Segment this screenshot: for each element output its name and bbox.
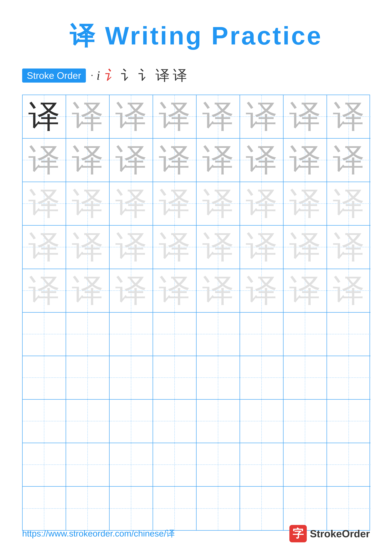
grid-cell[interactable] — [153, 356, 197, 400]
grid-row — [23, 313, 370, 356]
grid-cell[interactable] — [66, 356, 110, 400]
grid-cell[interactable]: 译 — [197, 182, 240, 226]
grid-cell[interactable] — [240, 443, 284, 487]
grid-cell[interactable] — [153, 313, 197, 356]
grid-cell[interactable]: 译 — [66, 139, 110, 182]
grid-cell[interactable] — [284, 400, 327, 443]
grid-cell[interactable] — [284, 313, 327, 356]
grid-cell[interactable]: 译 — [240, 139, 284, 182]
grid-cell[interactable] — [23, 400, 66, 443]
grid-cell[interactable]: 译 — [284, 182, 327, 226]
grid-cell[interactable] — [110, 443, 153, 487]
grid-cell[interactable] — [197, 400, 240, 443]
grid-cell[interactable]: 译 — [66, 182, 110, 226]
grid-cell[interactable] — [327, 487, 371, 530]
grid-row — [23, 443, 370, 487]
grid-cell[interactable]: 译 — [240, 182, 284, 226]
grid-row: 译译译译译译译译 — [23, 226, 370, 269]
grid-cell[interactable]: 译 — [327, 139, 371, 182]
grid-cell[interactable]: 译 — [110, 95, 153, 139]
grid-cell[interactable]: 译 — [240, 226, 284, 269]
grid-cell[interactable]: 译 — [23, 182, 66, 226]
practice-char: 译 — [159, 275, 190, 307]
practice-char: 译 — [28, 231, 60, 263]
page-title: 译 Writing Practice — [70, 19, 323, 53]
grid-cell[interactable] — [197, 443, 240, 487]
grid-cell[interactable]: 译 — [23, 269, 66, 313]
grid-cell[interactable]: 译 — [110, 269, 153, 313]
grid-cell[interactable]: 译 — [327, 226, 371, 269]
grid-cell[interactable]: 译 — [23, 95, 66, 139]
grid-cell[interactable] — [66, 400, 110, 443]
grid-cell[interactable]: 译 — [110, 139, 153, 182]
grid-cell[interactable]: 译 — [110, 226, 153, 269]
grid-cell[interactable] — [197, 356, 240, 400]
grid-cell[interactable]: 译 — [197, 139, 240, 182]
grid-cell[interactable] — [240, 400, 284, 443]
grid-cell[interactable] — [240, 356, 284, 400]
grid-cell[interactable] — [23, 443, 66, 487]
grid-cell[interactable]: 译 — [153, 182, 197, 226]
grid-row: 译译译译译译译译 — [23, 95, 370, 139]
grid-cell[interactable] — [284, 356, 327, 400]
grid-cell[interactable] — [284, 443, 327, 487]
grid-cell[interactable] — [240, 313, 284, 356]
practice-char: 译 — [72, 275, 103, 307]
grid-cell[interactable] — [153, 487, 197, 530]
grid-cell[interactable] — [327, 400, 371, 443]
grid-cell[interactable] — [110, 400, 153, 443]
grid-cell[interactable]: 译 — [153, 226, 197, 269]
grid-cell[interactable]: 译 — [110, 182, 153, 226]
grid-cell[interactable]: 译 — [197, 95, 240, 139]
grid-cell[interactable]: 译 — [66, 95, 110, 139]
grid-cell[interactable]: 译 — [240, 269, 284, 313]
grid-cell[interactable]: 译 — [66, 226, 110, 269]
practice-char: 译 — [28, 188, 60, 219]
grid-cell[interactable] — [66, 443, 110, 487]
practice-char: 译 — [289, 231, 321, 263]
practice-char: 译 — [115, 275, 147, 307]
grid-cell[interactable] — [23, 487, 66, 530]
grid-cell[interactable] — [240, 487, 284, 530]
grid-cell[interactable] — [110, 487, 153, 530]
grid-cell[interactable] — [197, 313, 240, 356]
grid-cell[interactable]: 译 — [23, 139, 66, 182]
grid-cell[interactable]: 译 — [240, 95, 284, 139]
grid-cell[interactable]: 译 — [327, 182, 371, 226]
grid-cell[interactable] — [66, 487, 110, 530]
grid-cell[interactable]: 译 — [284, 226, 327, 269]
page: 译 Writing Practice Stroke Order · i 讠 讠 … — [0, 0, 392, 555]
footer-logo-icon: 字 — [289, 525, 307, 542]
grid-cell[interactable] — [327, 356, 371, 400]
grid-cell[interactable] — [153, 400, 197, 443]
grid-cell[interactable]: 译 — [284, 139, 327, 182]
grid-cell[interactable]: 译 — [66, 269, 110, 313]
practice-char: 译 — [246, 275, 277, 307]
grid-cell[interactable]: 译 — [153, 139, 197, 182]
grid-cell[interactable]: 译 — [327, 95, 371, 139]
grid-cell[interactable]: 译 — [23, 226, 66, 269]
grid-cell[interactable]: 译 — [327, 269, 371, 313]
practice-char: 译 — [72, 188, 103, 219]
grid-cell[interactable] — [327, 313, 371, 356]
stroke-seq-4: 讠 — [121, 66, 135, 85]
grid-cell[interactable] — [327, 443, 371, 487]
grid-cell[interactable]: 译 — [284, 95, 327, 139]
grid-cell[interactable] — [284, 487, 327, 530]
grid-cell[interactable]: 译 — [197, 226, 240, 269]
grid-cell[interactable]: 译 — [197, 269, 240, 313]
footer-logo-text: StrokeOrder — [310, 528, 370, 540]
practice-char: 译 — [202, 275, 234, 307]
grid-cell[interactable]: 译 — [284, 269, 327, 313]
grid-cell[interactable] — [23, 356, 66, 400]
grid-cell[interactable] — [23, 313, 66, 356]
grid-cell[interactable] — [197, 487, 240, 530]
grid-cell[interactable] — [110, 356, 153, 400]
grid-cell[interactable] — [153, 443, 197, 487]
practice-char: 译 — [333, 144, 364, 176]
grid-cell[interactable] — [66, 313, 110, 356]
grid-row — [23, 356, 370, 400]
grid-cell[interactable]: 译 — [153, 95, 197, 139]
grid-cell[interactable] — [110, 313, 153, 356]
grid-cell[interactable]: 译 — [153, 269, 197, 313]
